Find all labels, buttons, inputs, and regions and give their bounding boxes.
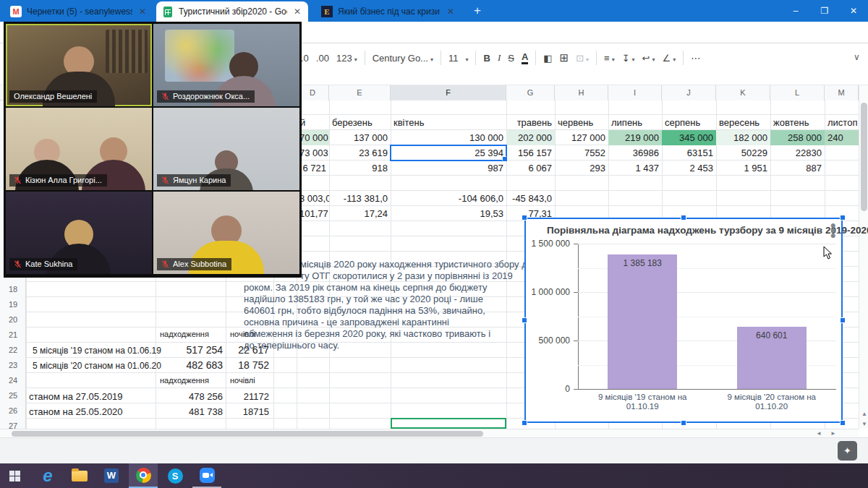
video-tile[interactable]: Alex Subbotina [153,192,299,274]
cell-value[interactable]: 482 683 [156,359,223,371]
row-number-23[interactable]: 23 [0,358,26,373]
grid-cell[interactable]: -113 381,0 [329,191,391,206]
cell-value[interactable]: 478 256 [156,391,223,402]
row-number-19[interactable]: 19 [0,297,26,312]
file-explorer-icon[interactable] [65,463,94,488]
chart-selection-handle[interactable] [522,420,527,426]
grid-cell[interactable]: 19,53 [391,206,506,221]
row-number-25[interactable]: 25 [0,388,26,403]
grid-cell[interactable]: 127 000 [555,130,608,145]
column-header-G[interactable]: G [506,85,555,100]
column-header-K[interactable]: K [716,85,770,100]
cell-month[interactable]: серпень [662,115,716,130]
cell-header-revenue[interactable]: надходження [160,376,209,385]
explore-button[interactable]: ✦ [838,441,857,461]
cell-month[interactable]: липень [608,115,662,130]
grid-cell[interactable]: 7552 [555,145,608,160]
grid-cell[interactable]: 1 437 [608,160,662,176]
grid-cell[interactable]: 345 000 [662,130,716,145]
cell-label[interactable]: 5 місяців '19 станом на 01.06.19 [33,346,161,356]
column-header-M[interactable]: M [825,85,859,100]
chart-selection-handle[interactable] [840,317,846,323]
cell-label[interactable]: 5 місяців '20 станом на 01.06.20 [33,361,161,371]
chart-bar[interactable] [608,254,677,389]
grid-cell[interactable]: 36986 [608,145,662,160]
chart-menu-icon[interactable]: ●●● [830,223,836,238]
grid-cell[interactable]: 293 [555,160,608,176]
cell-month[interactable]: вересень [716,115,770,130]
grid-cell[interactable]: 258 000 [770,130,825,145]
video-tile[interactable]: Kate Sukhina [6,192,152,274]
cell-value[interactable]: 517 254 [156,344,223,356]
cell-month[interactable]: травень [506,115,555,130]
grid-cell[interactable]: 219 000 [608,130,662,145]
cell-month[interactable]: листоп [825,115,859,130]
grid-cell[interactable]: 987 [391,160,506,176]
cell-value[interactable]: 18 752 [226,359,269,371]
grid-cell[interactable]: 887 [770,160,825,176]
grid-cell[interactable]: 130 000 [391,130,506,145]
grid-cell[interactable]: -45 843,0 [506,191,555,206]
row-number-18[interactable]: 18 [0,282,26,297]
vertical-scrollbar[interactable]: ▲ ▼ [859,85,868,429]
row-number-24[interactable]: 24 [0,373,26,388]
skype-icon[interactable]: S [161,463,190,488]
grid-cell[interactable]: 6 067 [506,160,555,176]
scroll-up-icon[interactable]: ▲ [861,411,867,417]
grid-cell[interactable]: 23 619 [329,145,391,160]
row-number-21[interactable]: 21 [0,328,26,343]
chart-selection-handle[interactable] [522,215,527,221]
vertical-scrollbar-thumb[interactable] [861,103,867,211]
row-number-20[interactable]: 20 [0,312,26,328]
grid-cell[interactable]: 22830 [770,145,825,160]
grid-cell[interactable]: 25 394 [391,145,506,160]
cell-value[interactable]: 21172 [226,391,269,402]
word-icon[interactable]: W [97,463,126,488]
scroll-left-icon[interactable]: ◄ [816,430,822,437]
edge-icon[interactable]: e [33,463,62,488]
cell-label[interactable]: станом на 25.05.2020 [29,406,123,417]
cell-month[interactable]: квітень [391,115,506,130]
start-button[interactable] [0,463,29,488]
horizontal-scrollbar-thumb[interactable] [12,431,483,437]
grid-cell[interactable]: 240 [825,130,859,145]
chart-selection-handle[interactable] [840,215,846,221]
row-number-22[interactable]: 22 [0,343,26,358]
grid-cell[interactable]: 2 453 [662,160,716,176]
grid-cell[interactable]: 918 [329,160,391,176]
chart-selection-handle[interactable] [522,317,527,323]
grid-cell[interactable]: 182 000 [716,130,770,145]
zoom-icon[interactable] [192,463,221,488]
cell-value[interactable]: 481 738 [156,406,223,417]
row-number-26[interactable]: 26 [0,403,26,419]
chart-selection-handle[interactable] [681,215,686,221]
column-header-F[interactable]: F [391,85,506,100]
scroll-down-icon[interactable]: ▼ [861,421,867,427]
horizontal-scrollbar[interactable] [0,429,859,437]
grid-cell[interactable]: -104 606,0 [391,191,506,206]
grid-cell[interactable]: 50229 [716,145,770,160]
chrome-icon[interactable] [129,463,158,488]
column-header-L[interactable]: L [770,85,825,100]
column-header-H[interactable]: H [555,85,608,100]
grid-cell[interactable]: 1 951 [716,160,770,176]
grid-cell[interactable]: 202 000 [506,130,555,145]
grid-cell[interactable]: 63151 [662,145,716,160]
grid-cell[interactable]: 156 157 [506,145,555,160]
video-tile[interactable]: Ямцун Карина [153,108,299,190]
chart[interactable]: Порівняльна діаграма надходжень турзбору… [524,218,843,423]
cell-month[interactable]: жовтень [770,115,825,130]
cell-value[interactable]: 18715 [226,406,269,417]
cell-month[interactable]: березень [329,115,391,130]
grid-cell[interactable]: 137 000 [329,130,391,145]
scroll-right-icon[interactable]: ► [830,430,836,437]
column-header-E[interactable]: E [329,85,391,100]
video-tile[interactable]: Роздорожнюк Окса... [153,24,299,106]
cell-month[interactable]: червень [555,115,608,130]
video-tile[interactable]: Олександр Вешелені [6,24,152,106]
column-header-J[interactable]: J [662,85,716,100]
grid-cell[interactable]: 17,24 [329,206,391,221]
cell-label[interactable]: станом на 27.05.2019 [29,391,123,402]
cell-header-revenue[interactable]: надходження [160,330,209,338]
chart-selection-handle[interactable] [681,420,686,426]
